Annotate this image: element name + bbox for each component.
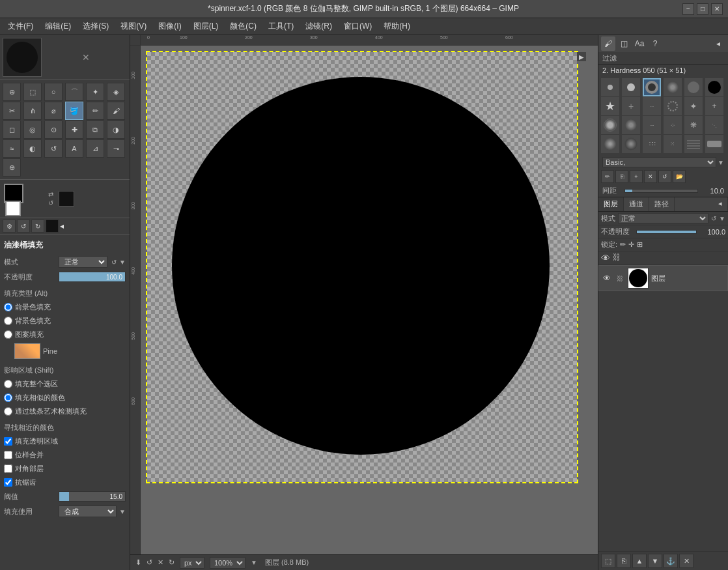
zoom-down-icon[interactable]: ▼ bbox=[251, 559, 257, 566]
brush-preset-menu-icon[interactable]: ▼ bbox=[718, 159, 724, 166]
brush-cell-12[interactable]: + bbox=[705, 97, 723, 115]
affect-selection-radio[interactable] bbox=[4, 380, 12, 388]
layers-panel-scroll-icon[interactable]: ◂ bbox=[713, 197, 728, 211]
tool-options-color-box[interactable] bbox=[46, 220, 59, 233]
brush-new-icon[interactable]: + bbox=[630, 170, 643, 183]
tool-paintbrush[interactable]: 🖌 bbox=[107, 102, 125, 120]
menu-select[interactable]: 选择(S) bbox=[77, 20, 114, 33]
layer-visibility-toggle[interactable]: 👁 bbox=[602, 273, 612, 283]
menu-filters[interactable]: 滤镜(R) bbox=[300, 20, 337, 33]
brush-edit-icon[interactable]: ✏ bbox=[601, 170, 614, 183]
find-sample-merged-cb[interactable] bbox=[4, 451, 12, 459]
status-cancel[interactable]: ✕ bbox=[158, 558, 163, 567]
zoom-select[interactable]: 100% bbox=[210, 557, 245, 569]
find-antialiasing-cb[interactable] bbox=[4, 478, 12, 487]
tool-eraser[interactable]: ◻ bbox=[3, 121, 21, 139]
tool-warp[interactable]: ↺ bbox=[44, 139, 63, 158]
reset-colors-icon[interactable]: ↺ bbox=[48, 199, 53, 207]
brush-cell-1[interactable] bbox=[601, 78, 619, 96]
layer-delete-icon[interactable]: ✕ bbox=[679, 554, 693, 568]
menu-file[interactable]: 文件(F) bbox=[3, 20, 38, 33]
mode-select[interactable]: 正常 bbox=[59, 256, 107, 268]
layer-item[interactable]: 👁 ⛓ 图层 bbox=[598, 265, 728, 291]
brush-cell-19[interactable] bbox=[601, 135, 619, 153]
tool-free-select[interactable]: ⌒ bbox=[65, 83, 83, 101]
tool-foreground-select[interactable]: ⋔ bbox=[23, 102, 42, 120]
spacing-slider[interactable] bbox=[624, 189, 698, 193]
brush-cell-11[interactable]: ✦ bbox=[684, 97, 703, 115]
canvas-scroll[interactable]: ▶ bbox=[141, 46, 598, 554]
tool-clone[interactable]: ⊙ bbox=[44, 121, 63, 139]
menu-colors[interactable]: 颜色(C) bbox=[225, 20, 262, 33]
menu-layer[interactable]: 图层(L) bbox=[188, 20, 224, 33]
unit-select[interactable]: px bbox=[180, 557, 204, 569]
layer-chain-icon[interactable]: ⛓ bbox=[613, 253, 621, 263]
tool-ellipse-select[interactable]: ○ bbox=[44, 83, 63, 101]
brush-cell-3[interactable] bbox=[643, 78, 661, 96]
layer-chain-toggle[interactable]: ⛓ bbox=[615, 273, 625, 283]
menu-tools[interactable]: 工具(T) bbox=[263, 20, 299, 33]
brush-cell-2[interactable] bbox=[622, 78, 640, 96]
layers-mode-menu-icon[interactable]: ▼ bbox=[719, 215, 725, 222]
font-tab-icon[interactable]: Aa bbox=[632, 36, 647, 51]
tool-airbrush[interactable]: ◎ bbox=[23, 121, 42, 139]
canvas-nav-arrow[interactable]: ▶ bbox=[577, 52, 586, 61]
brush-preset-select[interactable]: Basic, bbox=[602, 157, 716, 167]
tool-options-icon-1[interactable]: ⚙ bbox=[3, 220, 16, 233]
fill-fg-radio[interactable] bbox=[4, 303, 12, 311]
brush-cell-10[interactable] bbox=[664, 97, 682, 115]
canvas-image[interactable] bbox=[147, 52, 577, 482]
fill-using-menu-icon[interactable]: ▼ bbox=[119, 508, 126, 515]
tool-fuzzy-select[interactable]: ✦ bbox=[86, 83, 104, 101]
find-transparent-cb[interactable] bbox=[4, 437, 12, 446]
menu-view[interactable]: 视图(V) bbox=[115, 20, 152, 33]
tool-rect-select[interactable]: ⬚ bbox=[23, 83, 42, 101]
menu-image[interactable]: 图像(I) bbox=[153, 20, 186, 33]
brush-cell-4[interactable] bbox=[664, 78, 682, 96]
fill-using-select[interactable]: 合成 bbox=[59, 506, 117, 517]
menu-windows[interactable]: 窗口(W) bbox=[339, 20, 377, 33]
lock-position-icon[interactable]: ✛ bbox=[628, 240, 634, 249]
tab-paths[interactable]: 路径 bbox=[649, 197, 675, 211]
tool-perspective-clone[interactable]: ⧉ bbox=[86, 121, 104, 139]
layers-mode-reset-icon[interactable]: ↺ bbox=[711, 215, 716, 222]
brush-cell-5[interactable] bbox=[684, 78, 703, 96]
layer-new-from-visible-icon[interactable]: ⬚ bbox=[601, 554, 615, 568]
menu-help[interactable]: 帮助(H) bbox=[378, 20, 415, 33]
tool-measure[interactable]: ⊸ bbox=[107, 139, 125, 158]
tab-channels[interactable]: 通道 bbox=[624, 197, 649, 211]
tool-text[interactable]: A bbox=[65, 139, 83, 158]
menu-edit[interactable]: 编辑(E) bbox=[40, 20, 76, 33]
tab-layers[interactable]: 图层 bbox=[598, 197, 624, 211]
brush-cell-14[interactable] bbox=[622, 116, 640, 134]
pattern-tab-icon[interactable]: ◫ bbox=[617, 36, 631, 51]
brush-cell-20[interactable] bbox=[622, 135, 640, 153]
layers-opacity-slider[interactable] bbox=[636, 230, 697, 234]
tool-paths[interactable]: ⌀ bbox=[44, 102, 63, 120]
tool-options-icon-2[interactable]: ↺ bbox=[17, 220, 30, 233]
tool-dodge-burn[interactable]: ◐ bbox=[23, 139, 42, 158]
brush-delete-icon[interactable]: ✕ bbox=[644, 170, 657, 183]
swap-colors-icon[interactable]: ⇄ bbox=[48, 191, 53, 198]
layer-up-icon[interactable]: ▲ bbox=[632, 554, 647, 568]
quick-mask-icon[interactable] bbox=[59, 191, 74, 207]
layer-duplicate-icon[interactable]: ⎘ bbox=[617, 554, 631, 568]
brush-cell-24[interactable] bbox=[705, 135, 723, 153]
brush-refresh-icon[interactable]: ↺ bbox=[658, 170, 671, 183]
fill-bg-radio[interactable] bbox=[4, 317, 12, 325]
threshold-slider[interactable]: 15.0 bbox=[59, 491, 126, 502]
tool-zoom[interactable]: ⊕ bbox=[3, 158, 21, 177]
maximize-button[interactable]: □ bbox=[697, 3, 708, 15]
brush-cell-17[interactable]: ❋ bbox=[684, 116, 703, 134]
affect-similar-radio[interactable] bbox=[4, 393, 12, 402]
panel-scroll-icon[interactable]: ◂ bbox=[711, 36, 725, 51]
status-download[interactable]: ⬇ bbox=[135, 558, 141, 567]
tool-options-icon-3[interactable]: ↻ bbox=[31, 220, 44, 233]
tool-color-picker[interactable]: ⊿ bbox=[86, 139, 104, 158]
brush-cell-6[interactable] bbox=[705, 78, 723, 96]
opacity-slider[interactable]: 100.0 bbox=[59, 272, 126, 282]
affect-lineart-radio[interactable] bbox=[4, 407, 12, 416]
tool-scissor-select[interactable]: ✂ bbox=[3, 102, 21, 120]
brush-cell-21[interactable]: ∷∷ bbox=[643, 135, 661, 153]
layer-eye-icon[interactable]: 👁 bbox=[601, 253, 610, 263]
